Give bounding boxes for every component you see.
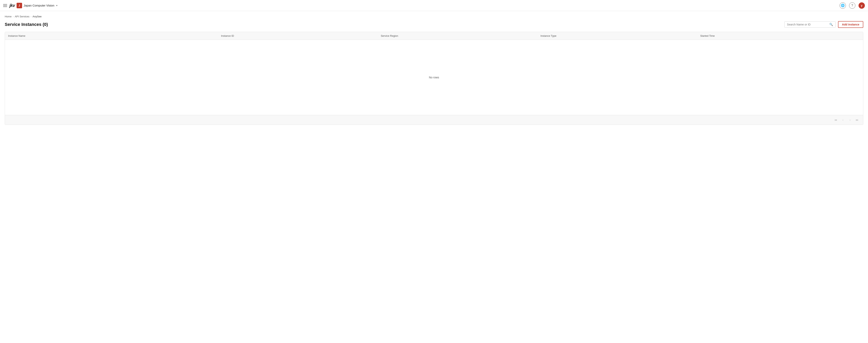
pagination-next-button[interactable]: › <box>847 117 853 123</box>
jkv-logo: jkv <box>9 3 15 8</box>
help-icon: ? <box>851 4 853 7</box>
user-avatar[interactable]: y <box>859 2 865 9</box>
table-header: Instance Name Instance ID Service Region… <box>5 32 863 40</box>
breadcrumb-home[interactable]: Home <box>5 15 12 18</box>
prev-page-icon: ‹ <box>842 118 843 121</box>
first-page-icon: ⏮ <box>834 118 837 121</box>
org-dropdown-chevron[interactable]: ▾ <box>56 4 57 7</box>
breadcrumb-api-services[interactable]: API Services <box>15 15 29 18</box>
table-container: Instance Name Instance ID Service Region… <box>5 32 863 125</box>
help-icon-button[interactable]: ? <box>849 2 856 9</box>
org-name: Japan Computer Vision <box>24 4 55 7</box>
table-body: No rows <box>5 40 863 115</box>
breadcrumb-current: AnySee <box>33 15 42 18</box>
column-instance-id: Instance ID <box>221 34 381 37</box>
breadcrumb-sep-1: › <box>13 15 13 18</box>
breadcrumb: Home › API Services › AnySee <box>5 15 863 18</box>
hamburger-menu-icon[interactable] <box>3 4 7 7</box>
main-content: Home › API Services › AnySee Service Ins… <box>0 11 868 129</box>
pagination-prev-button[interactable]: ‹ <box>840 117 846 123</box>
search-container: 🔍 <box>784 21 836 28</box>
pagination-last-button[interactable]: ⏭ <box>855 117 860 123</box>
next-page-icon: › <box>850 118 850 121</box>
header-actions: 🔍 Add instance <box>784 21 863 28</box>
column-instance-type: Instance Type <box>540 34 700 37</box>
column-started-time: Started Time <box>700 34 860 37</box>
add-instance-button[interactable]: Add instance <box>838 21 863 28</box>
globe-icon: 🌐 <box>841 4 845 7</box>
breadcrumb-sep-2: › <box>31 15 31 18</box>
column-instance-name: Instance Name <box>8 34 221 37</box>
navbar-right: 🌐 ? y <box>840 2 865 9</box>
search-icon: 🔍 <box>829 23 833 26</box>
globe-icon-button[interactable]: 🌐 <box>840 2 846 9</box>
logo-area: jkv J Japan Computer Vision ▾ <box>9 3 57 8</box>
pagination-first-button[interactable]: ⏮ <box>833 117 839 123</box>
navbar-left: jkv J Japan Computer Vision ▾ <box>3 3 840 8</box>
last-page-icon: ⏭ <box>856 118 859 121</box>
page-title: Service Instances (0) <box>5 22 48 27</box>
table-footer: ⏮ ‹ › ⏭ <box>5 115 863 124</box>
search-input[interactable] <box>787 23 829 26</box>
no-rows-message: No rows <box>429 76 439 79</box>
column-service-region: Service Region <box>381 34 540 37</box>
navbar: jkv J Japan Computer Vision ▾ 🌐 ? y <box>0 0 868 11</box>
page-header: Service Instances (0) 🔍 Add instance <box>5 21 863 28</box>
org-badge: J <box>17 3 22 8</box>
